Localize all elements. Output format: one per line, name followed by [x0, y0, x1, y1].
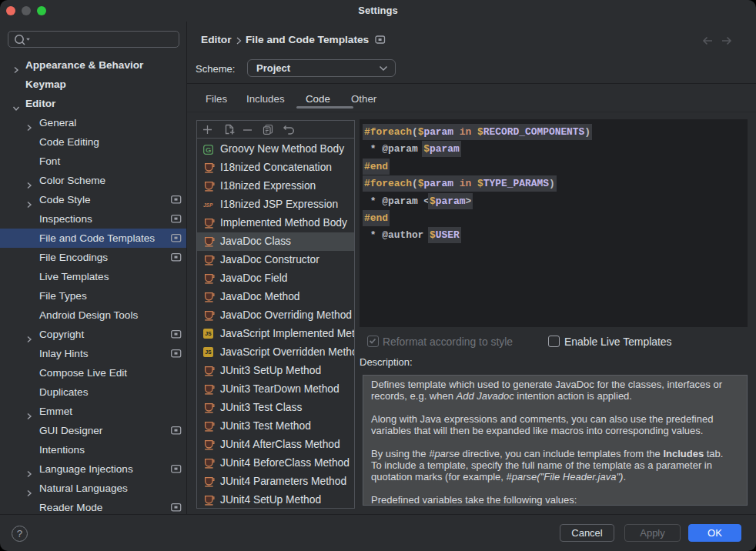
svg-text:G: G [206, 145, 211, 154]
